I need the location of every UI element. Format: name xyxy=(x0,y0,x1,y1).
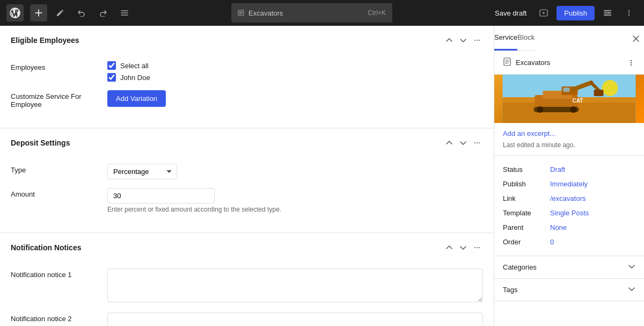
order-value[interactable]: 0 xyxy=(550,238,554,246)
categories-collapse[interactable]: Categories xyxy=(494,256,644,279)
customize-control: Add Variation xyxy=(107,90,483,107)
redo-button[interactable] xyxy=(94,4,112,21)
sidebar-close-button[interactable] xyxy=(630,33,642,45)
svg-point-28 xyxy=(537,106,544,113)
collapse-down-button[interactable] xyxy=(457,34,469,46)
select-all-label: Select all xyxy=(120,62,149,70)
section-more-icon xyxy=(473,37,481,44)
sidebar-tabs: Service Block xyxy=(494,26,535,51)
preview-button[interactable] xyxy=(535,4,552,21)
john-doe-checkbox[interactable] xyxy=(107,73,116,82)
preview-icon xyxy=(539,9,548,17)
last-edited-text: Last edited a minute ago. xyxy=(503,141,575,149)
document-block-icon xyxy=(503,57,511,66)
select-all-checkbox[interactable] xyxy=(107,61,116,70)
undo-button[interactable] xyxy=(73,4,90,21)
collapse-up-button[interactable] xyxy=(443,34,455,46)
more-options-button[interactable] xyxy=(620,4,638,21)
employees-row: Employees Select all John Doe xyxy=(11,61,483,82)
sidebar-tab-service[interactable]: Service xyxy=(494,26,517,50)
settings-button[interactable] xyxy=(599,4,616,21)
tags-collapse[interactable]: Tags xyxy=(494,279,644,301)
redo-icon xyxy=(99,9,107,17)
excavator-svg: CAT xyxy=(494,75,644,123)
section-menu-button[interactable] xyxy=(471,34,483,46)
tags-title: Tags xyxy=(503,286,628,294)
eligible-employees-title: Eligible Employees xyxy=(11,36,443,45)
svg-rect-23 xyxy=(564,88,570,92)
content-area: Eligible Employees xyxy=(0,26,494,326)
select-all-checkbox-item[interactable]: Select all xyxy=(107,61,483,70)
sidebar: Service Block Excavators xyxy=(494,26,644,326)
add-excerpt-link[interactable]: Add an excerpt... xyxy=(503,129,635,137)
notification-collapse-down-button[interactable] xyxy=(457,242,469,253)
notification-notices-header[interactable]: Notification Notices xyxy=(0,233,494,262)
edit-button[interactable] xyxy=(52,4,69,21)
type-select[interactable]: Percentage Fixed xyxy=(107,164,177,179)
search-bar[interactable]: Excavators Ctrl+K xyxy=(231,3,392,23)
template-row: Template Single Posts xyxy=(503,206,635,220)
svg-point-15 xyxy=(631,64,632,65)
svg-point-13 xyxy=(631,60,632,61)
deposit-collapse-down-button[interactable] xyxy=(457,137,469,149)
publish-value[interactable]: Immediately xyxy=(550,180,588,188)
notification-section-controls xyxy=(443,242,483,253)
deposit-section-menu-button[interactable] xyxy=(471,137,483,149)
add-block-button[interactable] xyxy=(30,4,47,21)
deposit-settings-header[interactable]: Deposit Settings xyxy=(0,128,494,157)
add-variation-button[interactable]: Add Variation xyxy=(107,90,166,107)
search-shortcut: Ctrl+K xyxy=(368,9,386,17)
notification-notices-title: Notification Notices xyxy=(11,243,443,252)
notice2-textarea[interactable] xyxy=(107,313,483,326)
notice2-row: Notification notice 2 xyxy=(11,313,483,326)
link-label: Link xyxy=(503,194,546,202)
deposit-collapse-up-button[interactable] xyxy=(443,137,455,149)
type-row: Type Percentage Fixed xyxy=(11,164,483,179)
excavator-image: CAT xyxy=(494,75,644,123)
status-value[interactable]: Draft xyxy=(550,165,565,173)
customize-row: Customize Service For Employee Add Varia… xyxy=(11,90,483,108)
block-menu-button[interactable] xyxy=(627,59,635,67)
notice2-label: Notification notice 2 xyxy=(11,313,97,323)
link-value[interactable]: /excavators xyxy=(550,194,586,202)
list-view-button[interactable] xyxy=(116,4,133,21)
save-draft-button[interactable]: Save draft xyxy=(491,9,531,17)
tags-chevron-icon xyxy=(628,285,635,294)
template-label: Template xyxy=(503,209,546,217)
template-value[interactable]: Single Posts xyxy=(550,209,589,217)
deposit-settings-section: Deposit Settings xyxy=(0,128,494,233)
deposit-chevron-down-icon xyxy=(459,139,467,147)
amount-hint: Enter percent or fixed amount according … xyxy=(107,206,483,213)
status-label: Status xyxy=(503,165,546,173)
close-icon xyxy=(632,35,640,42)
john-doe-checkbox-item[interactable]: John Doe xyxy=(107,73,483,82)
amount-input[interactable] xyxy=(107,188,215,204)
notification-notices-body: Notification notice 1 Notification notic… xyxy=(0,262,494,326)
toolbar-right: Save draft Publish xyxy=(491,4,638,21)
notice1-control xyxy=(107,269,483,304)
notification-more-icon xyxy=(473,244,481,251)
notification-collapse-up-button[interactable] xyxy=(443,242,455,253)
toolbar: Excavators Ctrl+K Save draft Publish xyxy=(0,0,644,26)
svg-point-7 xyxy=(606,12,608,14)
eligible-employees-section: Eligible Employees xyxy=(0,26,494,128)
link-row: Link /excavators xyxy=(503,191,635,206)
parent-value[interactable]: None xyxy=(550,223,567,231)
order-label: Order xyxy=(503,238,546,246)
notification-section-menu-button[interactable] xyxy=(471,242,483,253)
svg-point-8 xyxy=(608,15,610,16)
status-row: Status Draft xyxy=(503,162,635,177)
notice1-textarea[interactable] xyxy=(107,269,483,302)
john-doe-label: John Doe xyxy=(120,74,150,82)
svg-point-6 xyxy=(608,10,610,12)
wp-logo xyxy=(6,4,24,21)
excerpt-section: Add an excerpt... Last edited a minute a… xyxy=(494,123,644,156)
plus-icon xyxy=(35,9,42,17)
publish-button[interactable]: Publish xyxy=(557,6,595,20)
eligible-employees-header[interactable]: Eligible Employees xyxy=(0,26,494,55)
order-row: Order 0 xyxy=(503,235,635,249)
parent-label: Parent xyxy=(503,223,546,231)
sidebar-tab-block[interactable]: Block xyxy=(517,26,535,50)
type-control: Percentage Fixed xyxy=(107,164,483,179)
amount-label: Amount xyxy=(11,188,97,198)
